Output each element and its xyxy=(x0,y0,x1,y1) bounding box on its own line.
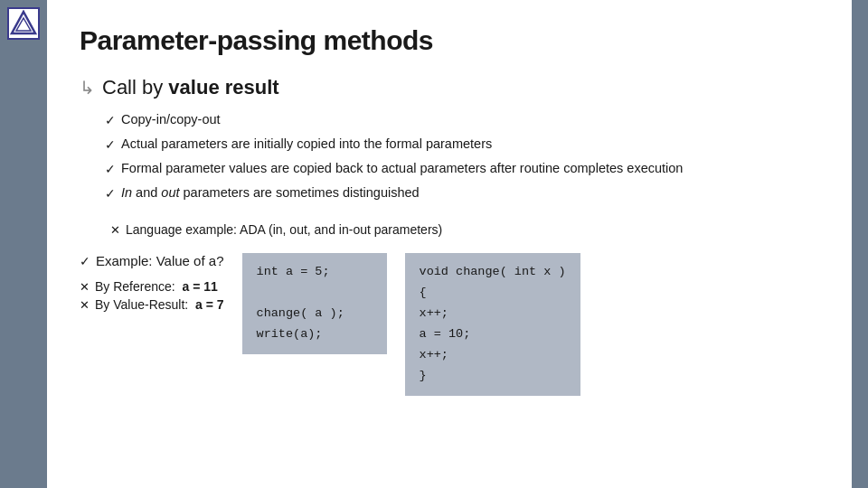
list-item: ✓ Formal parameter values are copied bac… xyxy=(105,159,819,179)
left-sidebar xyxy=(0,0,47,488)
example-bullets: ✕ By Reference: a = 11 ✕ By Value-Result… xyxy=(80,279,224,315)
code-box-left: int a = 5; change( a ); write(a); xyxy=(242,253,387,354)
logo xyxy=(7,7,40,40)
check-icon: ✓ xyxy=(105,111,116,130)
cross-icon: ✕ xyxy=(110,221,120,239)
right-sidebar xyxy=(852,0,868,488)
code-line xyxy=(257,283,373,304)
code-line: void change( int x ) xyxy=(420,262,566,283)
code-line: int a = 5; xyxy=(257,262,373,283)
code-line: x++; xyxy=(420,345,566,366)
code-line: } xyxy=(420,366,566,387)
list-item: ✓ In and out parameters are sometimes di… xyxy=(105,183,819,203)
code-line: a = 10; xyxy=(420,324,566,345)
section-bold: value result xyxy=(168,76,278,99)
example-title: ✓ Example: Value of a? xyxy=(80,253,224,268)
list-item: ✕ By Value-Result: a = 7 xyxy=(80,297,224,312)
code-line: { xyxy=(420,283,566,304)
code-line: change( a ); xyxy=(257,304,373,324)
code-line: write(a); xyxy=(257,324,373,345)
section-prefix: Call by xyxy=(102,76,168,99)
main-content: Parameter-passing methods ↳ Call by valu… xyxy=(47,0,852,488)
italic-out: out xyxy=(161,185,179,200)
example-section: ✓ Example: Value of a? ✕ By Reference: a… xyxy=(80,253,819,396)
arrow-icon: ↳ xyxy=(80,77,95,99)
check-icon: ✓ xyxy=(105,160,116,179)
code-box-right: void change( int x ) { x++; a = 10; x++;… xyxy=(405,253,580,396)
check-icon: ✓ xyxy=(105,184,116,203)
section-header: ↳ Call by value result xyxy=(80,76,819,99)
list-item: ✓ Actual parameters are initially copied… xyxy=(105,135,819,155)
italic-in: In xyxy=(121,185,132,200)
code-line: x++; xyxy=(420,304,566,324)
list-item: ✓ Copy-in/copy-out xyxy=(105,110,819,130)
main-bullet-list: ✓ Copy-in/copy-out ✓ Actual parameters a… xyxy=(105,110,819,208)
list-item: ✕ By Reference: a = 11 xyxy=(80,279,224,294)
cross-icon: ✕ xyxy=(80,280,90,294)
check-icon: ✓ xyxy=(105,136,116,155)
page-title: Parameter-passing methods xyxy=(80,25,819,56)
example-left: ✓ Example: Value of a? ✕ By Reference: a… xyxy=(80,253,224,315)
section-title: Call by value result xyxy=(102,76,279,99)
cross-icon: ✕ xyxy=(80,298,90,312)
check-icon: ✓ xyxy=(80,254,90,268)
sub-bullet-list: ✕ Language example: ADA (in, out, and in… xyxy=(110,221,819,242)
list-item: ✕ Language example: ADA (in, out, and in… xyxy=(110,221,819,239)
